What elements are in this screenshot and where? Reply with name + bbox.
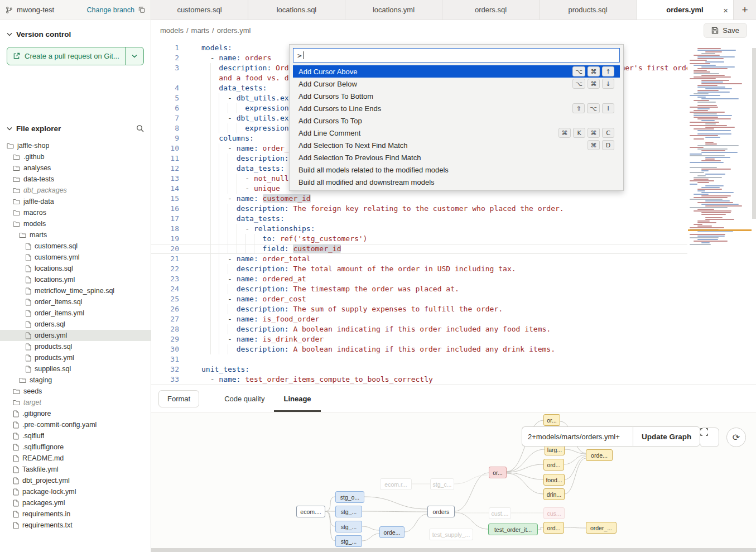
tree-item-orders.sql[interactable]: orders.sql — [0, 319, 151, 330]
lineage-node[interactable]: orde... — [379, 526, 405, 538]
lineage-scrollbar[interactable] — [151, 548, 756, 552]
lineage-search-input[interactable] — [522, 426, 633, 447]
tree-item-jaffle-data[interactable]: jaffle-data — [0, 196, 151, 207]
tree-item-.gitignore[interactable]: .gitignore — [0, 408, 151, 419]
tab-locations.yml[interactable]: locations.yml — [345, 0, 442, 20]
tree-item-target[interactable]: target — [0, 397, 151, 408]
tree-item-.sqlfluffignore[interactable]: .sqlfluffignore — [0, 441, 151, 453]
tree-item-metricflow_time_spine.sql[interactable]: metricflow_time_spine.sql — [0, 285, 151, 296]
refresh-button[interactable]: ⟳ — [726, 428, 746, 447]
code-line-20[interactable]: 20 field: customer_id — [151, 244, 687, 254]
tree-item-README.md[interactable]: README.md — [0, 453, 151, 464]
tree-item-products.yml[interactable]: products.yml — [0, 352, 151, 363]
lineage-node[interactable]: stg_c... — [430, 478, 454, 490]
tree-item-.github[interactable]: .github — [0, 151, 151, 162]
lineage-node[interactable]: ecom.r... — [380, 478, 412, 490]
lineage-node[interactable]: order_... — [586, 522, 617, 534]
lineage-node[interactable]: stg_... — [335, 521, 362, 532]
code-line-22[interactable]: 22 description: The total amount of the … — [151, 264, 687, 274]
close-tab-icon[interactable]: × — [723, 5, 728, 15]
code-editor[interactable]: 1models:2 - name: orders3 description: O… — [151, 41, 756, 385]
code-line-18[interactable]: 18 - relationships: — [151, 224, 687, 234]
file-explorer-header[interactable]: File explorer — [7, 123, 144, 133]
tree-item-locations.yml[interactable]: locations.yml — [0, 274, 151, 285]
lineage-node[interactable]: stg_... — [335, 506, 362, 517]
tree-item-.pre-commit-config.yaml[interactable]: .pre-commit-config.yaml — [0, 419, 151, 430]
code-line-31[interactable]: 31 — [151, 354, 687, 364]
palette-item[interactable]: Add Cursor Above⌥⌘↑ — [293, 65, 620, 78]
code-line-23[interactable]: 23 - name: ordered_at — [151, 274, 687, 284]
tree-item-seeds[interactable]: seeds — [0, 386, 151, 397]
code-line-15[interactable]: 15 - name: customer_id — [151, 194, 687, 204]
tab-code-quality[interactable]: Code quality — [215, 385, 274, 412]
fullscreen-button[interactable] — [700, 428, 719, 447]
code-line-32[interactable]: 32unit_tests: — [151, 364, 687, 375]
tab-customers.sql[interactable]: customers.sql — [151, 0, 248, 20]
lineage-node[interactable]: drin... — [543, 488, 565, 500]
lineage-node[interactable]: cus... — [543, 507, 565, 519]
lineage-node[interactable]: or... — [489, 467, 507, 478]
create-pr-button-main[interactable]: Create a pull request on Git... — [7, 47, 125, 65]
tab-products.sql[interactable]: products.sql — [540, 0, 637, 20]
tree-item-locations.sql[interactable]: locations.sql — [0, 263, 151, 274]
tree-item-orders.yml[interactable]: orders.yml — [0, 330, 151, 341]
lineage-node[interactable]: test_supply_... — [429, 529, 473, 540]
palette-item[interactable]: Build all models related to the modified… — [293, 164, 620, 176]
update-graph-button[interactable]: Update Graph — [633, 426, 700, 447]
code-line-29[interactable]: 29 - name: is_drink_order — [151, 334, 687, 344]
tree-item-marts[interactable]: marts — [0, 229, 151, 241]
tree-item-dbt_packages[interactable]: dbt_packages — [0, 185, 151, 196]
command-palette-input[interactable]: > — [293, 48, 620, 63]
code-line-17[interactable]: 17 data_tests: — [151, 214, 687, 224]
code-line-33[interactable]: 33 - name: test_order_items_compute_to_b… — [151, 375, 687, 385]
lineage-node[interactable]: stg_o... — [335, 491, 364, 503]
tree-item-macros[interactable]: macros — [0, 207, 151, 218]
code-line-28[interactable]: 28 description: A boolean indicating if … — [151, 324, 687, 334]
code-line-24[interactable]: 24 description: The timestamp the order … — [151, 284, 687, 294]
code-line-21[interactable]: 21 - name: order_total — [151, 254, 687, 264]
lineage-node[interactable]: orders — [427, 506, 455, 517]
tree-item-models[interactable]: models — [0, 218, 151, 229]
lineage-node[interactable]: ord... — [543, 459, 564, 471]
tree-item-dbt_project.yml[interactable]: dbt_project.yml — [0, 475, 151, 486]
breadcrumb-marts[interactable]: marts — [191, 26, 210, 35]
lineage-node[interactable]: stg_... — [335, 535, 362, 547]
tree-item-data-tests[interactable]: data-tests — [0, 174, 151, 185]
lineage-canvas[interactable]: or...larg...ord...food...drin...orde...o… — [151, 412, 756, 548]
palette-item[interactable]: Add Line Comment⌘K⌘C — [293, 127, 620, 139]
lineage-node[interactable]: orde... — [586, 449, 613, 461]
tree-item-Taskfile.yml[interactable]: Taskfile.yml — [0, 464, 151, 475]
tree-item-packages.yml[interactable]: packages.yml — [0, 497, 151, 508]
tree-item-requirements.in[interactable]: requirements.in — [0, 508, 151, 520]
tree-item-order_items.yml[interactable]: order_items.yml — [0, 308, 151, 319]
search-icon[interactable] — [136, 124, 144, 132]
tab-locations.sql[interactable]: locations.sql — [248, 0, 345, 20]
lineage-node[interactable]: food... — [543, 474, 565, 486]
copy-icon[interactable] — [138, 6, 145, 13]
tree-item-jaffle-shop[interactable]: jaffle-shop — [0, 140, 151, 151]
palette-item[interactable]: Add Selection To Previous Find Match — [293, 151, 620, 164]
palette-item[interactable]: Build all modified and downstream models — [293, 176, 620, 188]
save-button[interactable]: Save — [704, 23, 747, 38]
version-control-header[interactable]: Version control — [7, 29, 144, 39]
lineage-node[interactable]: or... — [543, 414, 560, 426]
tree-item-customers.sql[interactable]: customers.sql — [0, 241, 151, 252]
code-line-25[interactable]: 25 - name: order_cost — [151, 294, 687, 304]
palette-item[interactable]: Add Selection To Next Find Match⌘D — [293, 139, 620, 151]
palette-item[interactable]: Add Cursors to Line Ends⇧⌥I — [293, 102, 620, 114]
breadcrumb-file[interactable]: orders.yml — [217, 26, 251, 35]
pr-dropdown-button[interactable] — [125, 47, 143, 65]
lineage-node[interactable]: cust.... — [489, 507, 511, 519]
tree-item-package-lock.yml[interactable]: package-lock.yml — [0, 486, 151, 497]
breadcrumb-models[interactable]: models — [160, 26, 184, 35]
lineage-node[interactable]: ord... — [543, 522, 564, 534]
tree-item-staging[interactable]: staging — [0, 375, 151, 386]
lineage-node[interactable]: test_order_it... — [488, 524, 538, 535]
tree-item-products.sql[interactable]: products.sql — [0, 341, 151, 352]
code-line-16[interactable]: 16 description: The foreign key relating… — [151, 204, 687, 214]
code-line-27[interactable]: 27 - name: is_food_order — [151, 314, 687, 324]
format-button[interactable]: Format — [158, 390, 199, 407]
tab-orders.sql[interactable]: orders.sql — [442, 0, 540, 20]
tree-item-.sqlfluff[interactable]: .sqlfluff — [0, 430, 151, 441]
lineage-node[interactable]: ecom.... — [296, 506, 325, 517]
